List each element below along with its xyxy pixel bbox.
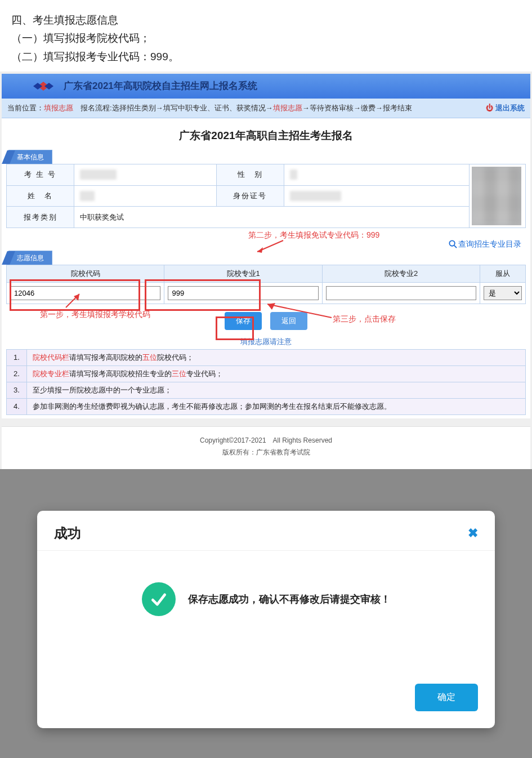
label-name: 姓 名 <box>7 185 74 207</box>
annotation-step1: 第一步，考生填报报考学校代码 <box>40 310 150 320</box>
note-num-3: 3. <box>7 382 27 398</box>
breadcrumb-current: 填报志愿 <box>44 104 73 112</box>
search-icon <box>449 240 457 248</box>
label-student-no: 考 生 号 <box>7 164 74 185</box>
power-icon: ⏻ <box>486 104 493 112</box>
notes-heading: 填报志愿请注意 <box>6 333 526 349</box>
search-major-label: 查询招生专业目录 <box>458 239 521 249</box>
footer-owner: 版权所有：广东省教育考试院 <box>2 447 530 459</box>
system-panel: 广东省2021年高职院校自主招生网上报名系统 当前位置：填报志愿 报名流程:选择… <box>0 72 532 469</box>
modal-title: 成功 <box>54 524 81 542</box>
obey-select[interactable]: 是 <box>484 286 522 300</box>
col-school-code: 院校代码 <box>7 265 164 282</box>
value-gender <box>284 164 469 185</box>
student-photo <box>472 167 521 225</box>
close-icon[interactable]: ✖ <box>468 526 478 541</box>
note-text-3: 至少填报一所院校志愿中的一个专业志愿； <box>27 382 526 398</box>
breadcrumb-bar: 当前位置：填报志愿 报名流程:选择招生类别→填写中职专业、证书、获奖情况→填报志… <box>2 99 530 118</box>
note-text-4: 参加非网测的考生经缴费即视为确认志愿，考生不能再修改志愿；参加网测的考生在报名结… <box>27 398 526 414</box>
major1-input[interactable] <box>168 286 318 300</box>
doc-line-2: （二）填写拟报考专业代码：999。 <box>11 48 521 66</box>
svg-line-3 <box>257 240 283 252</box>
col-major1: 院校专业1 <box>164 265 322 282</box>
label-gender: 性 别 <box>216 164 284 185</box>
breadcrumb-trail-a: 报名流程:选择招生类别→填写中职专业、证书、获奖情况→ <box>73 104 273 112</box>
search-major-link[interactable]: 查询招生专业目录 <box>449 239 521 249</box>
tab-volunteer-info[interactable]: 志愿信息 <box>8 251 52 265</box>
photo-cell <box>470 164 526 228</box>
modal-message: 保存志愿成功，确认不再修改后请提交审核！ <box>188 592 391 606</box>
footer: Copyright©2017-2021 All Rights Reserved … <box>2 426 530 469</box>
note-text-2: 院校专业栏请填写报考高职院校招生专业的三位专业代码； <box>27 365 526 382</box>
modal-backdrop: 成功 ✖ 保存志愿成功，确认不再修改后请提交审核！ 确定 <box>0 469 532 758</box>
logout-label: 退出系统 <box>495 103 525 113</box>
breadcrumb-trail-hl: 填报志愿 <box>273 104 302 112</box>
annotation-step3: 第三步，点击保存 <box>333 314 396 324</box>
value-student-no <box>74 164 217 185</box>
section-title: 四、考生填报志愿信息 <box>11 11 521 29</box>
col-obey: 服从 <box>480 265 526 282</box>
note-num-2: 2. <box>7 365 27 382</box>
col-major2: 院校专业2 <box>322 265 480 282</box>
logo-icon <box>31 79 56 93</box>
success-modal: 成功 ✖ 保存志愿成功，确认不再修改后请提交审核！ 确定 <box>37 511 495 728</box>
value-category: 中职获奖免试 <box>74 207 470 228</box>
doc-instructions: 四、考生填报志愿信息 （一）填写拟报考院校代码； （二）填写拟报考专业代码：99… <box>0 0 532 72</box>
volunteer-area: 院校代码 院校专业1 院校专业2 服从 是 第一步，考生填报报考学校代码 <box>6 265 526 415</box>
major2-input[interactable] <box>326 286 476 300</box>
notes-table: 1. 院校代码栏请填写报考高职院校的五位院校代码； 2. 院校专业栏请填写报考高… <box>6 349 526 415</box>
tab-basic-info[interactable]: 基本信息 <box>8 150 52 164</box>
page-title: 广东省2021年高职自主招生考生报名 <box>6 125 526 150</box>
svg-point-5 <box>449 241 454 246</box>
logout-button[interactable]: ⏻ 退出系统 <box>486 103 525 113</box>
label-idno: 身份证号 <box>216 185 284 207</box>
note-num-1: 1. <box>7 349 27 365</box>
school-code-input[interactable] <box>10 286 160 300</box>
header-title: 广东省2021年高职院校自主招生网上报名系统 <box>64 79 257 92</box>
note-text-1: 院校代码栏请填写报考高职院校的五位院校代码； <box>27 349 526 365</box>
svg-line-6 <box>454 246 457 248</box>
volunteer-table: 院校代码 院校专业1 院校专业2 服从 是 <box>6 265 526 304</box>
label-category: 报考类别 <box>7 207 74 228</box>
confirm-button[interactable]: 确定 <box>415 684 478 711</box>
svg-marker-10 <box>267 303 275 310</box>
breadcrumb-trail-b: →等待资格审核→缴费→报考结束 <box>302 104 412 112</box>
breadcrumb-prefix: 当前位置： <box>7 104 44 112</box>
note-num-4: 4. <box>7 398 27 414</box>
back-button[interactable]: 返回 <box>270 312 307 330</box>
value-name <box>74 185 217 207</box>
system-header: 广东省2021年高职院校自主招生网上报名系统 <box>2 74 530 99</box>
footer-copy: Copyright©2017-2021 All Rights Reserved <box>2 435 530 447</box>
doc-line-1: （一）填写拟报考院校代码； <box>11 29 521 47</box>
value-idno <box>284 185 469 207</box>
basic-info-table: 考 生 号 性 别 姓 名 身份证号 报考类别 中职获奖免试 <box>6 164 526 228</box>
check-icon <box>142 582 176 616</box>
save-button[interactable]: 保存 <box>225 312 262 330</box>
annotation-step2: 第二步，考生填报免试专业代码：999 <box>248 230 379 240</box>
breadcrumb-text: 当前位置：填报志愿 报名流程:选择招生类别→填写中职专业、证书、获奖情况→填报志… <box>7 103 412 113</box>
